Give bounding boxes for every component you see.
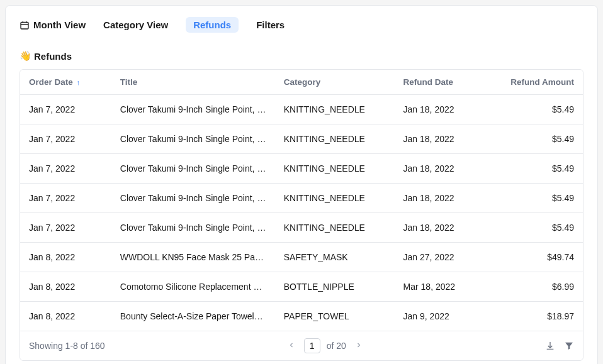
filter-button[interactable] — [564, 341, 574, 351]
svg-rect-0 — [21, 22, 28, 29]
cell-title: Clover Takumi 9-Inch Single Point, Size … — [111, 213, 275, 243]
cell-order-date: Jan 7, 2022 — [20, 95, 111, 124]
cell-refund-date: Jan 27, 2022 — [395, 243, 489, 272]
cell-category: SAFETY_MASK — [275, 243, 395, 272]
cell-amount: $5.49 — [488, 124, 583, 154]
prev-page-button[interactable] — [285, 341, 298, 351]
tab-refunds-label: Refunds — [193, 19, 231, 30]
cell-order-date: Jan 7, 2022 — [20, 124, 111, 154]
column-order-date-label: Order Date — [29, 77, 73, 87]
cell-title: Comotomo Silicone Replacement Nippl... — [111, 272, 275, 302]
cell-order-date: Jan 8, 2022 — [20, 302, 111, 331]
footer-actions — [545, 341, 574, 351]
cell-order-date: Jan 7, 2022 — [20, 184, 111, 213]
cell-refund-date: Mar 18, 2022 — [395, 272, 489, 302]
pagination-controls: of 20 — [105, 338, 545, 353]
table-row[interactable]: Jan 7, 2022Clover Takumi 9-Inch Single P… — [20, 154, 583, 184]
cell-category: KNITTING_NEEDLE — [275, 213, 395, 243]
table-container: Order Date ↑ Title Category Refund Date — [20, 69, 583, 361]
tab-refunds[interactable]: Refunds — [186, 17, 239, 33]
content-area: 👋 Refunds Order Date ↑ Title Categ — [6, 41, 597, 364]
cell-refund-date: Jan 18, 2022 — [395, 184, 489, 213]
cell-title: WWDOLL KN95 Face Mask 25 Pack, 5-... — [111, 243, 275, 272]
cell-title: Clover Takumi 9-Inch Single Point, Size … — [111, 124, 275, 154]
cell-title: Clover Takumi 9-Inch Single Point, Size … — [111, 95, 275, 124]
cell-refund-date: Jan 18, 2022 — [395, 95, 489, 124]
chevron-left-icon — [288, 341, 295, 349]
total-pages: 20 — [336, 341, 346, 351]
tab-filters[interactable]: Filters — [256, 17, 285, 33]
column-refund-date[interactable]: Refund Date — [395, 70, 489, 95]
refunds-table: Order Date ↑ Title Category Refund Date — [20, 70, 583, 331]
section-title: 👋 Refunds — [20, 41, 583, 69]
wave-emoji-icon: 👋 — [20, 50, 31, 62]
table-row[interactable]: Jan 8, 2022Bounty Select-A-Size Paper To… — [20, 302, 583, 331]
chevron-right-icon — [355, 341, 363, 349]
column-title-label: Title — [120, 77, 138, 87]
tab-month-view[interactable]: Month View — [20, 17, 86, 33]
table-header-row: Order Date ↑ Title Category Refund Date — [20, 70, 583, 95]
cell-refund-date: Jan 18, 2022 — [395, 154, 489, 184]
tabs-bar: Month View Category View Refunds Filters — [6, 6, 597, 41]
column-category[interactable]: Category — [275, 70, 395, 95]
cell-amount: $6.99 — [488, 272, 583, 302]
cell-order-date: Jan 8, 2022 — [20, 243, 111, 272]
table-row[interactable]: Jan 7, 2022Clover Takumi 9-Inch Single P… — [20, 95, 583, 124]
cell-amount: $5.49 — [488, 154, 583, 184]
column-refund-amount[interactable]: Refund Amount — [488, 70, 583, 95]
download-icon — [545, 341, 555, 351]
cell-amount: $49.74 — [488, 243, 583, 272]
table-row[interactable]: Jan 7, 2022Clover Takumi 9-Inch Single P… — [20, 184, 583, 213]
cell-refund-date: Jan 18, 2022 — [395, 213, 489, 243]
column-refund-date-label: Refund Date — [403, 77, 454, 87]
tab-filters-label: Filters — [256, 19, 285, 30]
filter-icon — [564, 341, 574, 351]
of-label: of — [327, 341, 334, 351]
calendar-icon — [20, 20, 30, 30]
table-row[interactable]: Jan 8, 2022Comotomo Silicone Replacement… — [20, 272, 583, 302]
cell-category: KNITTING_NEEDLE — [275, 184, 395, 213]
refunds-card: Month View Category View Refunds Filters… — [5, 5, 598, 364]
table-row[interactable]: Jan 7, 2022Clover Takumi 9-Inch Single P… — [20, 213, 583, 243]
next-page-button[interactable] — [352, 341, 365, 351]
column-title[interactable]: Title — [111, 70, 275, 95]
cell-category: KNITTING_NEEDLE — [275, 124, 395, 154]
cell-order-date: Jan 7, 2022 — [20, 154, 111, 184]
cell-amount: $5.49 — [488, 184, 583, 213]
sort-asc-icon: ↑ — [77, 79, 81, 86]
cell-order-date: Jan 7, 2022 — [20, 213, 111, 243]
table-row[interactable]: Jan 8, 2022WWDOLL KN95 Face Mask 25 Pack… — [20, 243, 583, 272]
cell-category: PAPER_TOWEL — [275, 302, 395, 331]
cell-amount: $18.97 — [488, 302, 583, 331]
section-title-text: Refunds — [34, 51, 72, 62]
column-refund-amount-label: Refund Amount — [510, 77, 574, 87]
download-button[interactable] — [545, 341, 555, 351]
table-footer: Showing 1-8 of 160 of 20 — [20, 331, 583, 360]
cell-order-date: Jan 8, 2022 — [20, 272, 111, 302]
cell-refund-date: Jan 18, 2022 — [395, 124, 489, 154]
cell-amount: $5.49 — [488, 213, 583, 243]
tab-category-view[interactable]: Category View — [103, 17, 168, 33]
page-input[interactable] — [304, 338, 320, 353]
cell-title: Clover Takumi 9-Inch Single Point, Size … — [111, 154, 275, 184]
table-row[interactable]: Jan 7, 2022Clover Takumi 9-Inch Single P… — [20, 124, 583, 154]
cell-amount: $5.49 — [488, 95, 583, 124]
tab-category-view-label: Category View — [103, 19, 168, 30]
tab-month-view-label: Month View — [33, 19, 86, 30]
cell-category: KNITTING_NEEDLE — [275, 154, 395, 184]
cell-category: BOTTLE_NIPPLE — [275, 272, 395, 302]
column-category-label: Category — [284, 77, 321, 87]
cell-title: Bounty Select-A-Size Paper Towels, 6 ... — [111, 302, 275, 331]
column-order-date[interactable]: Order Date ↑ — [20, 70, 111, 95]
cell-refund-date: Jan 9, 2022 — [395, 302, 489, 331]
showing-text: Showing 1-8 of 160 — [29, 341, 105, 351]
of-pages-label: of 20 — [327, 341, 346, 351]
cell-category: KNITTING_NEEDLE — [275, 95, 395, 124]
cell-title: Clover Takumi 9-Inch Single Point, Size … — [111, 184, 275, 213]
